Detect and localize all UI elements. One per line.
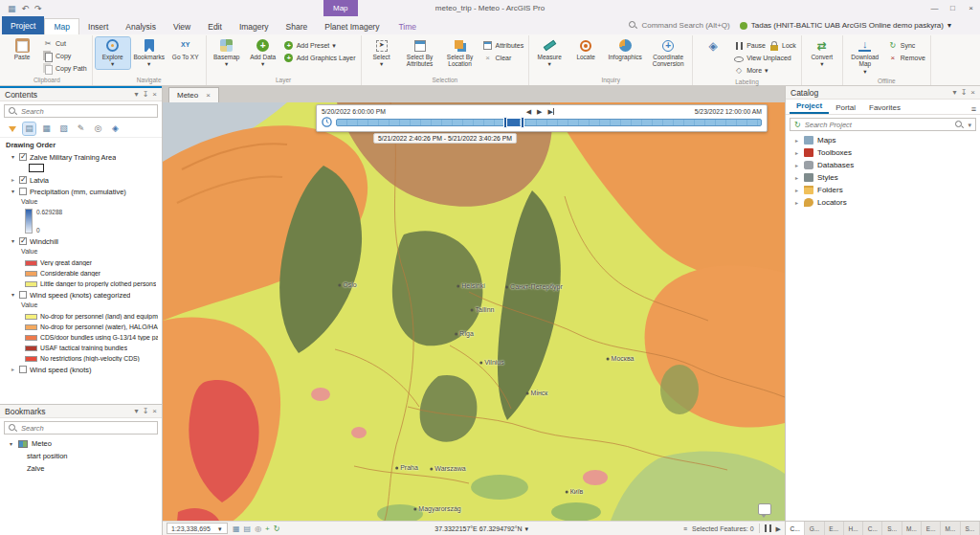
select-by-attributes-button[interactable]: Select By Attributes: [401, 37, 439, 69]
locate-button[interactable]: Locate: [568, 37, 603, 61]
chevron-right-icon[interactable]: [793, 175, 800, 181]
layer-latvia[interactable]: Latvia: [0, 174, 162, 186]
catalog-search[interactable]: [790, 118, 976, 131]
scale-selector[interactable]: 1:23,338,695: [167, 523, 228, 534]
filter-icon[interactable]: [9, 126, 16, 132]
list-by-editing-icon[interactable]: [75, 123, 87, 135]
time-slider[interactable]: 5/20/2022 6:00:00 PM 5/23/2022 12:00:00 …: [316, 104, 768, 132]
measure-button[interactable]: Measure: [532, 37, 567, 69]
convert-button[interactable]: Convert: [805, 37, 839, 69]
dock-tab[interactable]: H...: [844, 522, 863, 535]
catalog-tab-portal[interactable]: Portal: [829, 101, 862, 114]
menu-icon[interactable]: [971, 104, 976, 114]
minimize-button[interactable]: [925, 0, 944, 16]
cut-button[interactable]: Cut: [41, 37, 89, 50]
expander-icon[interactable]: [10, 177, 16, 183]
command-search[interactable]: Command Search (Alt+Q): [629, 21, 729, 30]
redo-icon[interactable]: [34, 4, 42, 13]
ribbon-tab-map[interactable]: Map: [44, 18, 79, 34]
basemap-button[interactable]: Basemap: [210, 37, 244, 69]
dock-tab[interactable]: E...: [922, 522, 941, 535]
undo-icon[interactable]: [22, 4, 30, 13]
paste-button[interactable]: Paste: [5, 37, 39, 61]
dock-tab[interactable]: S...: [961, 522, 980, 535]
dock-tab[interactable]: C...: [786, 522, 805, 535]
time-handle-start[interactable]: [503, 117, 507, 128]
dock-tab[interactable]: G...: [805, 522, 824, 535]
select-by-location-button[interactable]: Select By Location: [441, 37, 479, 69]
catalog-tab-favorites[interactable]: Favorites: [862, 101, 907, 114]
list-by-source-icon[interactable]: [40, 123, 53, 135]
step-back-icon[interactable]: [526, 108, 531, 115]
layer-windspeed-categorized[interactable]: Wind speed (knots) categorized: [0, 289, 162, 301]
refresh-icon[interactable]: [794, 121, 801, 129]
remove-button[interactable]: Remove: [886, 52, 927, 64]
expander-icon[interactable]: [8, 441, 14, 447]
zalve-symbol-swatch[interactable]: [29, 164, 44, 172]
select-button[interactable]: Select: [365, 37, 399, 69]
contents-search[interactable]: [4, 104, 158, 118]
close-button[interactable]: [962, 0, 980, 16]
ribbon-tab-share[interactable]: Share: [278, 18, 317, 34]
pin-icon[interactable]: [143, 407, 149, 415]
more-labeling-button[interactable]: More: [732, 64, 798, 77]
ribbon-tab-edit[interactable]: Edit: [199, 18, 231, 34]
list-by-drawing-order-icon[interactable]: [23, 123, 35, 135]
catalog-item-styles[interactable]: Styles: [786, 171, 980, 184]
expander-icon[interactable]: [10, 238, 16, 244]
dock-tab[interactable]: E...: [825, 522, 844, 535]
step-forward-icon[interactable]: [547, 108, 553, 115]
play-icon[interactable]: [537, 108, 542, 115]
ribbon-tab-time[interactable]: Time: [390, 18, 425, 34]
catalog-item-maps[interactable]: Maps: [786, 134, 980, 146]
map-grid-icon[interactable]: [233, 524, 240, 533]
bookmark-item[interactable]: Zalve: [0, 462, 162, 475]
add-graphics-layer-button[interactable]: Add Graphics Layer: [282, 52, 358, 64]
layer-checkbox[interactable]: [19, 237, 27, 245]
bookmark-folder[interactable]: Meteo: [0, 437, 162, 450]
download-map-button[interactable]: Download Map: [846, 37, 884, 76]
crosshair-icon[interactable]: [255, 524, 261, 533]
bookmark-item[interactable]: start position: [0, 450, 162, 462]
expander-icon[interactable]: [10, 367, 16, 372]
layer-windchill[interactable]: Windchill: [0, 235, 162, 247]
expander-icon[interactable]: [10, 292, 16, 298]
layer-checkbox[interactable]: [19, 176, 27, 184]
catalog-item-toolboxes[interactable]: Toolboxes: [786, 146, 980, 159]
chevron-right-icon[interactable]: [793, 150, 800, 156]
dock-tab[interactable]: S...: [882, 522, 902, 535]
chevron-right-icon[interactable]: [793, 200, 800, 206]
layer-checkbox[interactable]: [19, 188, 27, 195]
catalog-item-locators[interactable]: Locators: [786, 196, 980, 209]
bookmarks-search-input[interactable]: [21, 424, 153, 433]
view-tab-meteo[interactable]: Meteo: [168, 87, 219, 102]
expander-icon[interactable]: [10, 189, 16, 194]
time-handle-end[interactable]: [521, 117, 524, 128]
add-preset-button[interactable]: Add Preset: [282, 39, 358, 52]
layer-checkbox[interactable]: [19, 366, 27, 373]
close-pane-icon[interactable]: [970, 88, 975, 97]
list-by-selection-icon[interactable]: [57, 123, 70, 135]
coordinate-readout[interactable]: 37.3322157°E 67.3294792°N: [284, 525, 678, 532]
dock-tab[interactable]: M...: [941, 522, 960, 535]
selection-list-icon[interactable]: [683, 525, 687, 532]
layer-zalve[interactable]: Zalve Military Training Area: [0, 151, 162, 163]
ribbon-tab-project[interactable]: Project: [2, 16, 44, 34]
lock-labels-button[interactable]: Lock: [768, 39, 798, 52]
layer-checkbox[interactable]: [19, 291, 27, 299]
play-icon[interactable]: [776, 525, 781, 532]
catalog-item-databases[interactable]: Databases: [786, 159, 980, 171]
goto-xy-button[interactable]: Go To XY: [168, 37, 203, 61]
refresh-icon[interactable]: [274, 524, 280, 533]
ribbon-tab-analysis[interactable]: Analysis: [117, 18, 165, 34]
expander-icon[interactable]: [10, 154, 16, 160]
maximize-button[interactable]: [944, 0, 962, 16]
layer-precipitation[interactable]: Precipitation (mm, cumulative): [0, 186, 162, 197]
attributes-button[interactable]: Attributes: [481, 39, 526, 52]
pin-icon[interactable]: [961, 88, 968, 97]
chevron-right-icon[interactable]: [793, 138, 800, 144]
copy-path-button[interactable]: Copy Path: [41, 62, 89, 75]
ribbon-tab-view[interactable]: View: [165, 18, 199, 34]
explore-button[interactable]: Explore: [96, 37, 130, 69]
pane-menu-icon[interactable]: [135, 407, 139, 415]
